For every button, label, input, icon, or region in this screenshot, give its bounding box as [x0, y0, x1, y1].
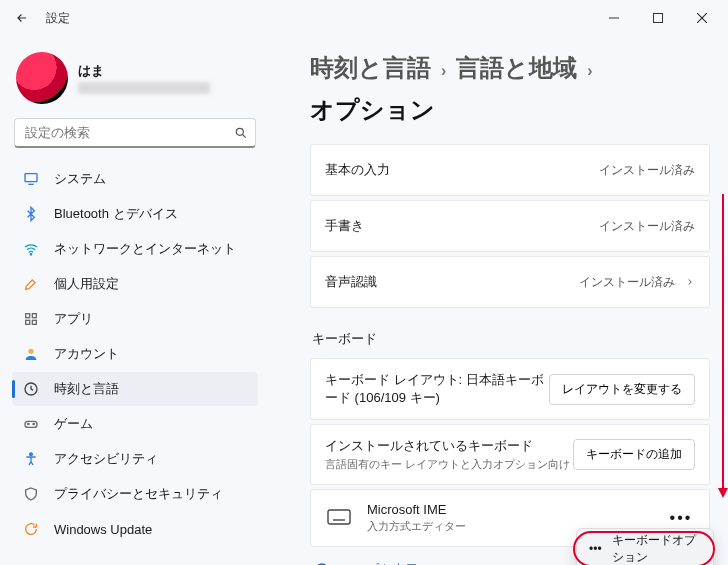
window-controls — [592, 4, 724, 32]
sidebar-item-label: アクセシビリティ — [54, 450, 158, 468]
window-title: 設定 — [46, 10, 70, 27]
card-keyboard-layout: キーボード レイアウト: 日本語キーボード (106/109 キー) レイアウト… — [310, 358, 710, 420]
status-text: インストール済み — [599, 218, 695, 235]
more-horizontal-icon: ••• — [589, 542, 602, 556]
bluetooth-icon — [22, 205, 40, 223]
card-title: Microsoft IME — [367, 502, 466, 517]
back-arrow-icon — [15, 11, 29, 25]
sidebar-item-privacy[interactable]: プライバシーとセキュリティ — [12, 477, 258, 511]
card-subtitle: 入力方式エディター — [367, 519, 466, 534]
breadcrumb-level1[interactable]: 時刻と言語 — [310, 52, 431, 84]
svg-rect-6 — [25, 174, 37, 182]
search-field[interactable] — [14, 118, 256, 148]
titlebar: 設定 — [0, 0, 728, 36]
sidebar-item-accounts[interactable]: アカウント — [12, 337, 258, 371]
chevron-right-icon — [685, 277, 695, 287]
profile-email-redacted — [78, 82, 210, 94]
menu-keyboard-options[interactable]: ••• キーボードオプション — [581, 533, 709, 565]
annotation-arrow — [722, 194, 724, 490]
sidebar-item-label: システム — [54, 170, 106, 188]
sidebar-item-label: Windows Update — [54, 522, 152, 537]
sidebar-item-label: ゲーム — [54, 415, 93, 433]
chevron-right-icon: › — [587, 62, 592, 80]
svg-rect-1 — [654, 14, 663, 23]
svg-point-13 — [28, 349, 33, 354]
status-text: インストール済み — [599, 162, 695, 179]
svg-rect-15 — [25, 421, 37, 427]
sidebar-item-label: プライバシーとセキュリティ — [54, 485, 223, 503]
search-icon — [234, 126, 248, 140]
sidebar-item-system[interactable]: システム — [12, 162, 258, 196]
svg-point-18 — [30, 453, 33, 456]
svg-line-5 — [243, 135, 246, 138]
layout: はま システム Bluetooth とデバイス ネットワークとインターネット — [0, 36, 728, 565]
card-subtitle: 言語固有のキー レイアウトと入力オプション向け — [325, 457, 570, 472]
brush-icon — [22, 275, 40, 293]
breadcrumb-level2[interactable]: 言語と地域 — [456, 52, 577, 84]
menu-item-label: キーボードオプション — [612, 532, 701, 565]
svg-rect-10 — [32, 314, 36, 318]
display-icon — [22, 170, 40, 188]
sidebar-item-label: 時刻と言語 — [54, 380, 119, 398]
card-title: 手書き — [325, 217, 364, 235]
breadcrumb-current: オプション — [310, 94, 435, 126]
sidebar-item-label: ネットワークとインターネット — [54, 240, 236, 258]
svg-point-17 — [33, 423, 34, 424]
help-label: ヘルプを表示 — [340, 561, 418, 565]
add-keyboard-button[interactable]: キーボードの追加 — [573, 439, 695, 470]
breadcrumb: 時刻と言語 › 言語と地域 › オプション — [310, 52, 710, 126]
person-icon — [22, 345, 40, 363]
svg-rect-19 — [328, 510, 350, 524]
sidebar-item-network[interactable]: ネットワークとインターネット — [12, 232, 258, 266]
avatar — [16, 52, 68, 104]
sidebar: はま システム Bluetooth とデバイス ネットワークとインターネット — [0, 36, 266, 565]
close-icon — [697, 13, 707, 23]
maximize-button[interactable] — [636, 4, 680, 32]
card-installed-keyboards: インストールされているキーボード 言語固有のキー レイアウトと入力オプション向け… — [310, 424, 710, 485]
profile-name: はま — [78, 62, 210, 80]
minimize-icon — [609, 13, 619, 23]
card-speech[interactable]: 音声認識 インストール済み — [310, 256, 710, 308]
sidebar-nav: システム Bluetooth とデバイス ネットワークとインターネット 個人用設… — [12, 162, 258, 546]
context-menu: ••• キーボードオプション 削除 — [576, 528, 714, 565]
card-basic-input: 基本の入力 インストール済み — [310, 144, 710, 196]
chevron-right-icon: › — [441, 62, 446, 80]
sidebar-item-accessibility[interactable]: アクセシビリティ — [12, 442, 258, 476]
wifi-icon — [22, 240, 40, 258]
sidebar-item-apps[interactable]: アプリ — [12, 302, 258, 336]
card-title: 基本の入力 — [325, 161, 390, 179]
card-title: 音声認識 — [325, 273, 377, 291]
gamepad-icon — [22, 415, 40, 433]
svg-rect-12 — [32, 320, 36, 324]
globe-clock-icon — [22, 380, 40, 398]
search-input[interactable] — [14, 118, 256, 148]
change-layout-button[interactable]: レイアウトを変更する — [549, 374, 695, 405]
status-text: インストール済み — [579, 274, 675, 291]
svg-point-4 — [236, 128, 243, 135]
card-title: インストールされているキーボード — [325, 437, 570, 455]
card-handwriting: 手書き インストール済み — [310, 200, 710, 252]
section-keyboard-label: キーボード — [312, 330, 710, 348]
profile[interactable]: はま — [12, 46, 258, 118]
minimize-button[interactable] — [592, 4, 636, 32]
sidebar-item-label: 個人用設定 — [54, 275, 119, 293]
svg-rect-11 — [26, 320, 30, 324]
sidebar-item-bluetooth[interactable]: Bluetooth とデバイス — [12, 197, 258, 231]
main-content: 時刻と言語 › 言語と地域 › オプション 基本の入力 インストール済み 手書き… — [266, 36, 728, 565]
back-button[interactable] — [10, 6, 34, 30]
svg-rect-9 — [26, 314, 30, 318]
accessibility-icon — [22, 450, 40, 468]
svg-point-16 — [28, 423, 29, 424]
sidebar-item-gaming[interactable]: ゲーム — [12, 407, 258, 441]
svg-point-8 — [30, 254, 31, 255]
sidebar-item-label: Bluetooth とデバイス — [54, 205, 178, 223]
sidebar-item-personalization[interactable]: 個人用設定 — [12, 267, 258, 301]
sidebar-item-windows-update[interactable]: Windows Update — [12, 512, 258, 546]
shield-icon — [22, 485, 40, 503]
close-button[interactable] — [680, 4, 724, 32]
sidebar-item-time-language[interactable]: 時刻と言語 — [12, 372, 258, 406]
card-title: キーボード レイアウト: 日本語キーボード (106/109 キー) — [325, 371, 545, 407]
sidebar-item-label: アプリ — [54, 310, 93, 328]
maximize-icon — [653, 13, 663, 23]
keyboard-icon — [325, 508, 353, 528]
